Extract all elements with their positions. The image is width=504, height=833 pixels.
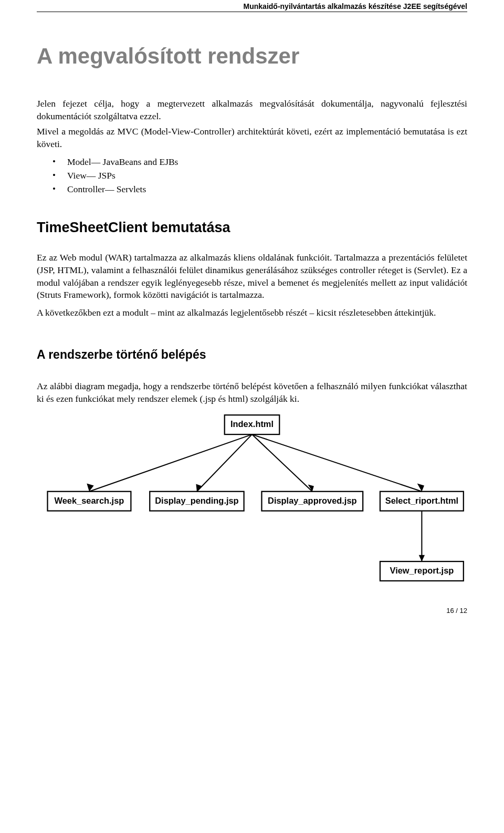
intro-paragraph: Jelen fejezet célja, hogy a megtervezett…: [37, 98, 467, 122]
svg-line-8: [197, 434, 252, 492]
list-item: Controller— Servlets: [52, 182, 467, 196]
mvc-paragraph: Mivel a megoldás az MVC (Model-View-Cont…: [37, 126, 467, 150]
chapter-title: A megvalósított rendszer: [37, 44, 467, 69]
diagram-node-child: Display_pending.jsp: [155, 495, 238, 505]
svg-marker-15: [419, 555, 425, 561]
list-item: Model— JavaBeans and EJBs: [52, 155, 467, 169]
svg-line-12: [252, 434, 422, 492]
svg-line-10: [252, 434, 312, 492]
timesheetclient-para-2: A következőkben ezt a modult – mint az a…: [37, 307, 467, 319]
navigation-diagram: Index.html Week_search.jsp Display_pendi…: [37, 411, 467, 583]
svg-line-6: [89, 434, 252, 492]
diagram-node-child: Display_approved.jsp: [268, 495, 356, 505]
diagram-node-leaf: View_report.jsp: [390, 565, 454, 575]
page-header: Munkaidő-nyilvántartás alkalmazás készít…: [37, 0, 467, 12]
page-footer: 16 / 12: [37, 607, 467, 615]
section-heading-login: A rendszerbe történő belépés: [37, 348, 467, 362]
list-item: View— JSPs: [52, 169, 467, 182]
diagram-node-root: Index.html: [230, 419, 274, 429]
diagram-node-child: Week_search.jsp: [55, 495, 124, 505]
timesheetclient-para-1: Ez az Web modul (WAR) tartalmazza az alk…: [37, 252, 467, 301]
section-heading-timesheetclient: TimeSheetClient bemutatása: [37, 220, 467, 236]
mvc-bullet-list: Model— JavaBeans and EJBs View— JSPs Con…: [37, 155, 467, 196]
diagram-node-child: Select_riport.html: [385, 495, 458, 505]
login-paragraph: Az alábbi diagram megadja, hogy a rendsz…: [37, 380, 467, 405]
